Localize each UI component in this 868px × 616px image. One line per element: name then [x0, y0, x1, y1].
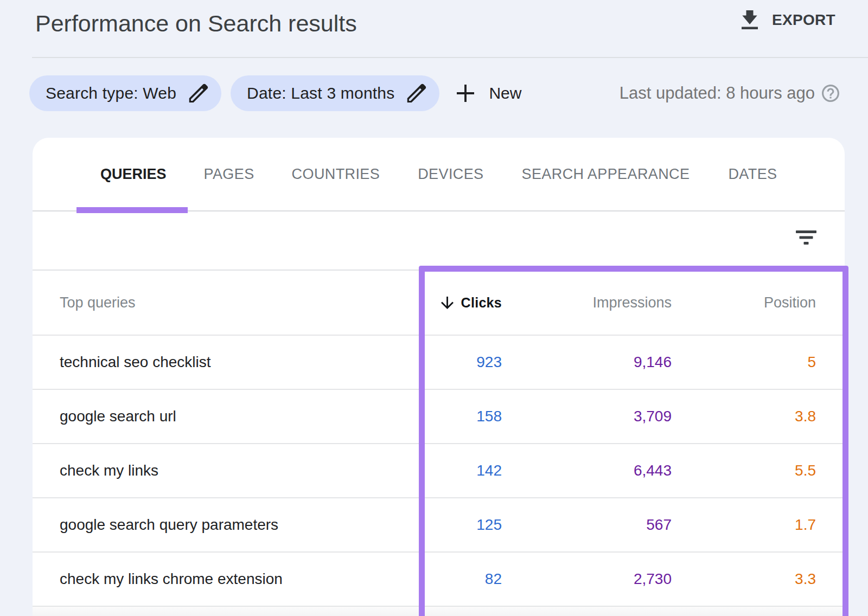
table-header-row: Top queries Clicks Impressions Position — [33, 270, 845, 336]
plus-icon — [457, 85, 474, 102]
column-header-clicks[interactable]: Clicks — [331, 295, 502, 311]
page-title: Performance on Search results — [35, 10, 357, 36]
clicks-cell: 158 — [331, 408, 502, 425]
impressions-cell: 3,709 — [502, 408, 672, 425]
query-cell: check my links — [60, 462, 331, 479]
query-cell: technical seo checklist — [60, 354, 331, 371]
position-cell: 5.5 — [672, 462, 816, 479]
filter-icon[interactable] — [796, 230, 816, 245]
search-type-chip-label: Search type: Web — [46, 84, 176, 102]
header-divider — [32, 57, 868, 58]
new-filter-label: New — [489, 84, 521, 102]
position-cell: 1.7 — [672, 516, 816, 534]
query-cell: check my links chrome extension — [60, 570, 331, 588]
download-icon — [742, 10, 758, 29]
last-updated: Last updated: 8 hours ago — [620, 75, 839, 111]
column-header-top-queries[interactable]: Top queries — [60, 294, 331, 311]
tab-search-appearance[interactable]: SEARCH APPEARANCE — [522, 166, 690, 183]
table-row[interactable]: check my links 142 6,443 5.5 — [33, 444, 845, 498]
query-cell: google search query parameters — [60, 516, 331, 534]
date-chip[interactable]: Date: Last 3 months — [231, 75, 439, 111]
last-updated-text: Last updated: 8 hours ago — [620, 84, 815, 103]
sort-descending-arrow-icon — [441, 297, 454, 309]
report-card: QUERIES PAGES COUNTRIES DEVICES SEARCH A… — [33, 138, 845, 616]
impressions-cell: 2,730 — [502, 570, 672, 588]
active-tab-underline-annotation — [76, 207, 188, 213]
tab-countries[interactable]: COUNTRIES — [292, 166, 380, 183]
table-bottom-strip — [33, 607, 845, 616]
clicks-header-label: Clicks — [461, 295, 502, 311]
clicks-cell: 82 — [331, 570, 502, 588]
clicks-cell: 142 — [331, 462, 502, 479]
position-cell: 3.3 — [672, 570, 816, 588]
tab-dates[interactable]: DATES — [728, 166, 777, 183]
new-filter-button[interactable]: New — [457, 84, 521, 102]
search-type-chip[interactable]: Search type: Web — [29, 75, 221, 111]
edit-pencil-icon — [407, 84, 426, 103]
tab-bar: QUERIES PAGES COUNTRIES DEVICES SEARCH A… — [33, 138, 845, 211]
table-row[interactable]: check my links chrome extension 82 2,730… — [33, 553, 845, 607]
tab-queries[interactable]: QUERIES — [100, 166, 167, 183]
position-cell: 3.8 — [672, 408, 816, 425]
table-row[interactable]: google search url 158 3,709 3.8 — [33, 390, 845, 444]
query-cell: google search url — [60, 408, 331, 425]
tab-devices[interactable]: DEVICES — [418, 166, 483, 183]
column-header-impressions[interactable]: Impressions — [502, 294, 672, 311]
column-header-position[interactable]: Position — [672, 294, 816, 311]
impressions-cell: 567 — [502, 516, 672, 534]
clicks-cell: 923 — [331, 354, 502, 371]
table-toolbar — [33, 211, 845, 270]
filter-row: Search type: Web Date: Last 3 months New — [29, 75, 521, 111]
edit-pencil-icon — [189, 84, 208, 103]
performance-page: Performance on Search results EXPORT Sea… — [0, 0, 868, 616]
table-row[interactable]: google search query parameters 125 567 1… — [33, 498, 845, 553]
export-button[interactable]: EXPORT — [742, 10, 835, 29]
help-icon[interactable] — [822, 85, 839, 102]
date-chip-label: Date: Last 3 months — [247, 84, 394, 102]
export-label: EXPORT — [772, 11, 835, 29]
tab-pages[interactable]: PAGES — [204, 166, 254, 183]
impressions-cell: 6,443 — [502, 462, 672, 479]
position-cell: 5 — [672, 354, 816, 371]
table-row[interactable]: technical seo checklist 923 9,146 5 — [33, 336, 845, 390]
impressions-cell: 9,146 — [502, 354, 672, 371]
clicks-cell: 125 — [331, 516, 502, 534]
